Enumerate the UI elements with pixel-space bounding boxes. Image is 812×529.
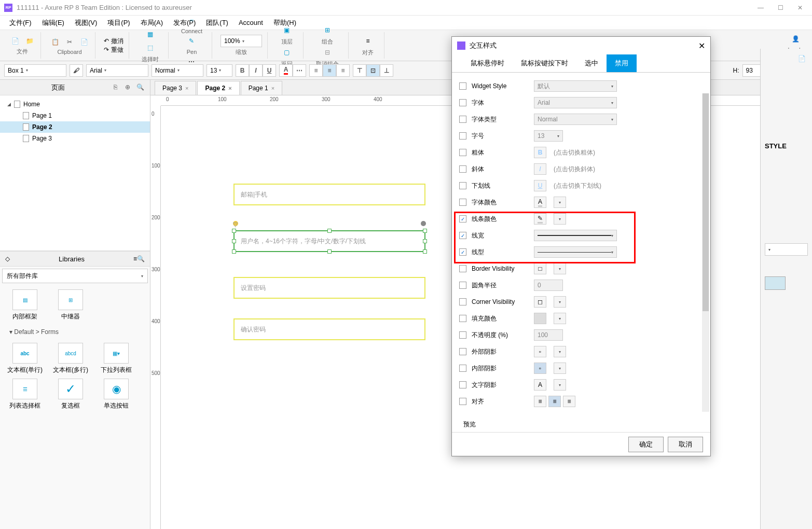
tab-page3[interactable]: Page 3× [155, 81, 196, 95]
menu-file[interactable]: 文件(F) [5, 16, 36, 30]
minimize-icon[interactable]: — [757, 4, 764, 11]
menu-account[interactable]: Account [235, 17, 267, 29]
tab-page2[interactable]: Page 2× [197, 81, 239, 95]
chk-corner-vis[interactable] [459, 298, 466, 305]
text-shadow-picker[interactable]: A [534, 379, 546, 391]
menu-edit[interactable]: 编辑(E) [38, 16, 68, 30]
bold-toggle[interactable]: B [534, 147, 546, 158]
dialog-scrollbar[interactable] [702, 93, 709, 412]
tab-page1[interactable]: Page 1× [241, 81, 282, 95]
connect-tool[interactable]: ⎓Connect [177, 13, 207, 34]
shape-select[interactable]: Box 1▾ [4, 64, 66, 77]
ctrl-font-size[interactable]: 13▾ [534, 130, 563, 142]
add-folder-icon[interactable]: ⊕ [125, 83, 133, 92]
underline-toggle[interactable]: U [534, 180, 546, 191]
italic-button[interactable]: I [249, 64, 263, 77]
library-selector[interactable]: 所有部件库▾ [2, 269, 148, 283]
close-icon[interactable]: ✕ [796, 4, 804, 11]
inner-shadow-picker[interactable]: ▫ [534, 363, 546, 374]
username-field[interactable]: 用户名，4~16个字符，字母/中文/数字/下划线 ▽ [233, 230, 425, 252]
tree-page1[interactable]: Page 1 [0, 110, 150, 121]
text-shadow-dropdown[interactable]: ▾ [554, 379, 566, 391]
chk-fill-color[interactable] [459, 315, 466, 322]
close-tab-icon[interactable]: × [271, 85, 274, 91]
chk-inner-shadow[interactable] [459, 365, 466, 372]
chk-widget-style[interactable] [459, 82, 466, 90]
maximize-icon[interactable]: ☐ [777, 4, 784, 11]
close-tab-icon[interactable]: × [185, 85, 188, 91]
fill-color-picker[interactable] [534, 313, 546, 324]
font-color-picker[interactable]: A [534, 197, 546, 208]
rotation-handle[interactable]: ▽ [233, 221, 238, 226]
password-field[interactable]: 设置密码 [233, 277, 425, 299]
ctrl-line-type[interactable]: ▾ [534, 246, 617, 258]
valign-top-button[interactable]: ⊤ [353, 64, 366, 77]
tree-page3[interactable]: Page 3 [0, 133, 150, 144]
style-tab[interactable]: STYLE [765, 142, 808, 150]
menu-project[interactable]: 项目(P) [103, 16, 134, 30]
chk-font-type[interactable] [459, 116, 466, 123]
font-color-button[interactable]: A [279, 64, 293, 77]
border-vis-picker[interactable]: □ [534, 263, 546, 274]
group-button[interactable]: ⊞组合 [316, 23, 338, 46]
italic-toggle[interactable]: I [534, 163, 546, 175]
chk-corner-radius[interactable] [459, 282, 466, 289]
outer-shadow-dropdown[interactable]: ▾ [554, 346, 566, 357]
cut-icon[interactable]: ✂ [64, 36, 75, 48]
ctrl-font[interactable]: Arial▾ [534, 97, 617, 108]
underline-button[interactable]: U [263, 64, 276, 77]
ctrl-font-type[interactable]: Normal▾ [534, 114, 617, 125]
format-painter-icon[interactable]: 🖌 [70, 64, 83, 77]
ctrl-line-width[interactable]: ▾ [534, 230, 617, 241]
lib-item-listbox[interactable]: ☰列表选择框 [4, 379, 46, 410]
font-select[interactable]: Arial▾ [86, 64, 148, 77]
chk-opacity[interactable] [459, 331, 466, 339]
dtab-mousedown[interactable]: 鼠标按键按下时 [513, 54, 576, 72]
bring-front[interactable]: ▣顶层 [276, 23, 298, 46]
chk-line-width[interactable] [459, 232, 466, 239]
chk-line-type[interactable] [459, 248, 466, 256]
corner-vis-picker[interactable]: ◻ [534, 296, 546, 308]
new-file-icon[interactable]: 📄 [9, 35, 21, 47]
size-select[interactable]: 13▾ [207, 64, 232, 77]
chk-underline[interactable] [459, 182, 466, 189]
font-color-dropdown[interactable]: ▾ [554, 197, 566, 208]
align-r[interactable]: ≡ [563, 396, 575, 407]
lib-item-repeater[interactable]: ⊞中继器 [50, 289, 91, 321]
lib-item-checkbox[interactable]: ✓复选框 [50, 379, 91, 410]
search-pages-icon[interactable]: 🔍 [136, 83, 145, 92]
lib-item-droplist[interactable]: ▦▾下拉列表框 [95, 343, 137, 374]
chk-bold[interactable] [459, 149, 466, 156]
chk-font[interactable] [459, 99, 466, 106]
add-page-right-icon[interactable]: 📄 [765, 53, 808, 64]
valign-bot-button[interactable]: ⊥ [380, 64, 393, 77]
tree-page2[interactable]: Page 2 [0, 121, 150, 133]
chk-border-vis[interactable] [459, 265, 466, 272]
redo-button[interactable]: ↷重做 [104, 46, 123, 54]
chk-line-color[interactable] [459, 215, 466, 222]
menu-team[interactable]: 团队(T) [202, 16, 232, 30]
ok-button[interactable]: 确定 [628, 437, 664, 452]
open-file-icon[interactable]: 📁 [24, 35, 35, 47]
dialog-close-icon[interactable]: ✕ [698, 41, 705, 51]
select-mode[interactable]: ⬚选择时 [137, 41, 163, 63]
dtab-hover[interactable]: 鼠标悬停时 [462, 54, 513, 72]
cancel-button[interactable]: 取消 [668, 437, 703, 452]
lib-item-iframe[interactable]: ▤内部框架 [4, 289, 46, 321]
inner-shadow-dropdown[interactable]: ▾ [554, 363, 566, 374]
tree-home[interactable]: ◢Home [0, 99, 150, 110]
menu-view[interactable]: 视图(V) [71, 16, 101, 30]
ctrl-opacity[interactable]: 100 [534, 329, 563, 341]
paste-icon[interactable]: 📄 [78, 36, 90, 48]
align-button[interactable]: ≡对齐 [357, 34, 379, 57]
outer-shadow-picker[interactable]: ▫ [534, 346, 546, 357]
lib-search-icon[interactable]: 🔍 [137, 255, 145, 262]
undo-button[interactable]: ↶撤消 [104, 37, 123, 46]
chk-font-size[interactable] [459, 132, 466, 140]
corner-vis-dropdown[interactable]: ▾ [554, 296, 566, 308]
lib-item-radio[interactable]: ◉单选按钮 [95, 379, 137, 410]
valign-mid-button[interactable]: ⊡ [366, 64, 380, 77]
ctrl-corner-radius[interactable]: 0 [534, 280, 563, 291]
align-center-button[interactable]: ≡ [323, 64, 336, 77]
bold-button[interactable]: B [236, 64, 249, 77]
